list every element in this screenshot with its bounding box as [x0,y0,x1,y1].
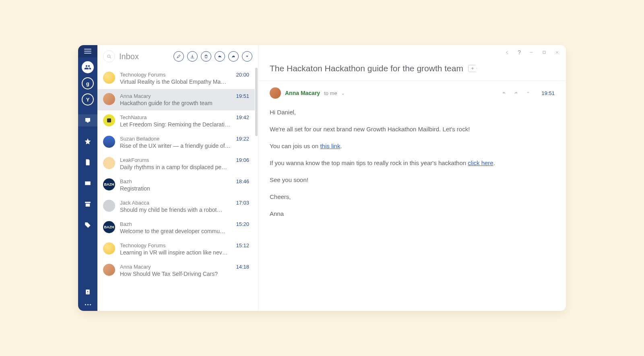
reading-header: The Hackaton Hackathon guide for the gro… [258,52,566,81]
maximize-button[interactable] [542,50,547,55]
message-avatar [103,242,115,255]
message-time: 19:51 [236,93,249,99]
email-actions: 19:51 [501,89,555,97]
message-subject: Virtual Reality is the Global Empathy Ma… [120,79,245,85]
svg-line-3 [110,57,111,58]
message-time: 14:18 [236,264,249,270]
svg-point-1 [87,291,89,292]
message-row[interactable]: Suzan Beiladone19:22Rise of the UX write… [97,132,255,153]
message-sender: Bazh [120,221,132,227]
addressbook-icon[interactable] [85,289,91,297]
message-subject: Learning in VR will inspire action like … [120,249,245,256]
message-subject: Should my child be friends with a robot… [120,207,245,213]
message-sender: Bazh [120,178,132,184]
forward-button[interactable] [228,51,239,62]
nav-starred[interactable] [78,135,97,147]
toolbar [173,51,252,62]
more-button[interactable] [242,51,252,62]
expand-recipients-button[interactable]: ⌄ [341,91,345,95]
close-button[interactable] [555,50,559,55]
message-avatar: BAZH [103,178,115,190]
message-sender: Jack Abacca [120,200,149,206]
body-line: Anna [270,209,555,219]
message-avatar [103,93,115,105]
more-actions-icon[interactable] [525,89,531,97]
message-sender: Technology Forums [120,242,165,248]
message-subject: Registration [120,185,245,192]
add-tag-button[interactable]: + [468,65,477,72]
message-row[interactable]: Anna Macary19:51Hackathon guide for the … [97,89,255,110]
message-row[interactable]: BAZHBazh18:46Registration [97,174,255,196]
message-row[interactable]: LeakForums19:06Daily rhythms in a camp f… [97,153,255,174]
message-sender: Technology Forums [120,72,165,78]
account-contacts[interactable] [82,61,94,73]
account-google[interactable]: g [82,77,94,89]
email-time: 19:51 [541,90,555,96]
delete-button[interactable] [201,51,211,62]
sender-name: Anna Macary [285,90,320,96]
message-sender: TechNatura [120,114,147,120]
message-avatar [103,114,115,126]
nav-sent[interactable] [78,177,97,189]
message-time: 19:22 [236,136,249,142]
message-list-column: Inbox Technology Forums20:00Virtual Real… [97,45,258,311]
reply-button[interactable] [215,51,225,62]
more-apps-button[interactable] [85,304,91,305]
compose-button[interactable] [173,51,184,62]
window-controls: ? [505,49,559,56]
message-sender: Suzan Beiladone [120,136,159,142]
body-line: If you wanna know the top main tips to r… [270,158,555,168]
link-click-here[interactable]: click here [468,159,493,166]
message-avatar [103,136,115,148]
message-row[interactable]: Jack Abacca17:03Should my child be frien… [97,196,255,217]
message-time: 18:46 [236,178,249,184]
message-subject: How Should We Tax Self-Driving Cars? [120,271,245,277]
account-yahoo[interactable]: Y [82,93,94,106]
message-row[interactable]: Technology Forums15:12Learning in VR wil… [97,238,255,260]
message-subject: Rise of the UX writer — a friendly guide… [120,143,245,149]
recipient-text: to me [324,90,337,96]
message-time: 17:03 [236,200,249,206]
message-row[interactable]: Technology Forums20:00Virtual Reality is… [97,68,255,89]
link-this-link[interactable]: this link [320,143,340,149]
email-subject: The Hackaton Hackathon guide for the gro… [270,64,463,73]
message-time: 15:12 [236,242,249,248]
message-avatar [103,157,115,169]
list-header: Inbox [97,45,258,68]
nav-tags[interactable] [78,219,97,231]
message-avatar [103,200,115,212]
help-button[interactable]: ? [518,49,521,56]
message-sender: LeakForums [120,157,149,163]
message-list: Technology Forums20:00Virtual Reality is… [97,68,258,311]
body-line: See you soon! [270,175,555,185]
message-avatar [103,72,115,84]
message-subject: Welcome to the great developer commu… [120,228,245,234]
reply-icon[interactable] [501,89,507,97]
forward-icon[interactable] [513,89,519,97]
back-button[interactable] [505,50,510,55]
svg-rect-5 [543,51,545,54]
nav-drafts[interactable] [78,156,97,168]
nav-archive[interactable] [78,198,97,210]
message-row[interactable]: Anna Macary14:18How Should We Tax Self-D… [97,260,255,281]
message-sender: Anna Macary [120,93,151,99]
body-line: We're all set for our next brand new Gro… [270,124,555,134]
menu-button[interactable] [78,45,97,57]
body-line: You can jois us on this link. [270,141,555,151]
email-body: Hi Daniel, We're all set for our next br… [258,99,566,235]
nav-inbox[interactable] [78,114,97,126]
app-window: g Y [78,45,566,311]
message-avatar [103,264,115,276]
message-sender: Anna Macary [120,264,151,270]
body-line: Cheers, [270,192,555,202]
message-time: 15:20 [236,221,249,227]
sidebar-bottom [85,289,91,305]
scrollbar[interactable] [255,68,258,136]
minimize-button[interactable] [529,50,534,55]
nav [78,114,97,231]
svg-point-2 [107,55,110,58]
archive-button[interactable] [187,51,198,62]
search-button[interactable] [103,50,115,62]
message-row[interactable]: TechNatura19:42Let Freedom Sing: Remixin… [97,110,255,132]
message-row[interactable]: BAZHBazh15:20Welcome to the great develo… [97,217,255,238]
